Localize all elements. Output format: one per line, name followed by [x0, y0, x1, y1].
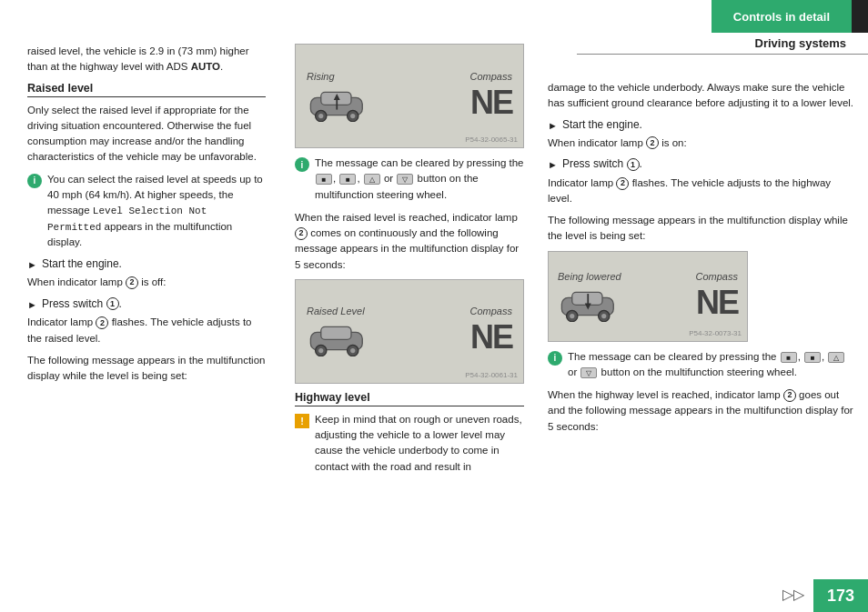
btn-icon-8: ▽: [580, 367, 597, 378]
bullet-switch-right: ► Press switch 1.: [548, 157, 855, 171]
btn-icon-6: ■: [804, 352, 821, 363]
raised-label: Raised Level: [307, 306, 365, 316]
bullet-arrow-4: ►: [548, 159, 558, 170]
left-column: raised level, the vehicle is 2.9 in (73 …: [0, 33, 282, 579]
dash-compass-raised: Compass NE: [470, 306, 512, 356]
dash-image-lowering: Being lowered Compass NE P54-32-0073-31: [548, 251, 748, 342]
lamp-circle-5: 2: [646, 136, 659, 149]
page-number: 173: [813, 579, 868, 612]
dash-image-rising: Rising Compass NE P54-32-0065-3: [295, 44, 524, 148]
info-text-1: You can select the raised level at speed…: [47, 172, 266, 251]
svg-point-13: [350, 348, 355, 353]
btn-icon-4: ▽: [397, 174, 413, 185]
raised-reached-text: When the raised level is reached, indica…: [295, 210, 524, 273]
middle-column: Rising Compass NE P54-32-0065-3: [282, 33, 537, 579]
car-icon-2: [307, 320, 370, 356]
car-icon-3: [558, 286, 621, 322]
bullet-arrow-3: ►: [548, 120, 558, 131]
btn-icon-1: ■: [316, 174, 332, 185]
svg-rect-9: [321, 327, 351, 340]
compass-label-3: Compass: [696, 271, 738, 282]
info-box-3: i The message can be cleared by pressing…: [548, 349, 855, 381]
indicator-flashes-text: Indicator lamp 2 flashes. The vehicle ad…: [27, 315, 266, 346]
lamp-circle-2: 2: [126, 276, 138, 289]
photo-id-3: P54-32-0073-31: [689, 329, 742, 337]
svg-point-5: [350, 113, 355, 117]
lamp-off-text: When indicator lamp 2 is off:: [27, 275, 266, 290]
lowering-label: Being lowered: [558, 271, 621, 282]
info-text-3: The message can be cleared by pressing t…: [568, 349, 855, 381]
warn-text: Keep in mind that on rough or uneven roa…: [315, 412, 524, 475]
btn-icon-3: △: [364, 174, 380, 185]
header-tab: Controls in detail: [712, 0, 852, 33]
dash-left-rising: Rising: [307, 71, 370, 122]
info-icon-1: i: [27, 174, 42, 188]
btn-icon-2: ■: [339, 174, 356, 185]
switch-circle-1: 1: [106, 297, 119, 310]
header-black-strip: [852, 0, 868, 33]
lamp-circle-3: 2: [96, 316, 108, 329]
rising-label: Rising: [307, 71, 335, 82]
switch-press-text: Press switch 1.: [562, 157, 642, 171]
svg-point-3: [318, 113, 323, 117]
highway-level-heading: Highway level: [295, 391, 524, 406]
warn-icon: !: [295, 414, 309, 428]
info-text-2: The message can be cleared by pressing t…: [315, 156, 524, 203]
compass-value-1: NE: [470, 84, 512, 122]
photo-id-2: P54-32-0061-31: [465, 371, 518, 379]
info-icon-3: i: [548, 351, 562, 366]
compass-label-2: Compass: [470, 306, 512, 316]
lamp-circle-6: 2: [616, 177, 629, 190]
press-switch-text: Press switch 1.: [42, 297, 122, 311]
highway-reached-text: When the highway level is reached, indic…: [548, 387, 855, 435]
info-box-1: i You can select the raised level at spe…: [27, 172, 266, 251]
dash-left-raised: Raised Level: [307, 306, 370, 356]
dash-left-lowering: Being lowered: [558, 271, 621, 322]
svg-point-11: [318, 348, 323, 353]
raised-level-heading: Raised level: [27, 82, 266, 97]
photo-id-1: P54-32-0065-31: [465, 135, 518, 144]
bullet-arrow-1: ►: [27, 259, 37, 270]
indicator2-flashes-text: Indicator lamp 2 flashes. The vehicle ad…: [548, 176, 855, 207]
bullet-arrow-2: ►: [27, 299, 37, 310]
raised-level-para: Only select the raised level if appropri…: [27, 103, 266, 166]
dash-compass-rising: Compass NE: [470, 71, 512, 122]
lamp-on-text: When indicator lamp 2 is on:: [548, 135, 855, 151]
car-icon-1: [307, 85, 370, 122]
compass-label-1: Compass: [470, 71, 512, 82]
switch-circle-2: 1: [627, 158, 640, 171]
bullet-engine-right-text: Start the engine.: [562, 118, 642, 131]
bullet-start-engine-text: Start the engine.: [42, 257, 122, 270]
bullet-start-engine: ► Start the engine.: [27, 257, 266, 270]
following-message-text: The following message appears in the mul…: [27, 353, 266, 385]
header: Controls in detail: [0, 0, 868, 33]
svg-point-17: [570, 314, 574, 318]
lamp-circle-7: 2: [783, 389, 796, 402]
nav-arrow: ▷▷: [782, 586, 804, 603]
btn-icon-5: ■: [781, 352, 797, 363]
right-column: damage to the vehicle underbody. Always …: [537, 33, 868, 579]
compass-value-3: NE: [696, 284, 738, 322]
dash-image-raised: Raised Level Compass NE P54-32-0061-31: [295, 279, 524, 384]
warn-box: ! Keep in mind that on rough or uneven r…: [295, 412, 524, 475]
info-icon-2: i: [295, 157, 309, 172]
lamp-circle-4: 2: [295, 227, 308, 240]
damage-text: damage to the vehicle underbody. Always …: [548, 80, 855, 112]
main-content: raised level, the vehicle is 2.9 in (73 …: [0, 33, 868, 579]
following2-message-text: The following message appears in the mul…: [548, 213, 855, 245]
info-box-2: i The message can be cleared by pressing…: [295, 156, 524, 203]
btn-icon-7: △: [828, 352, 844, 363]
bullet-engine-right: ► Start the engine.: [548, 118, 855, 131]
intro-text: raised level, the vehicle is 2.9 in (73 …: [27, 44, 266, 75]
bullet-press-switch: ► Press switch 1.: [27, 297, 266, 311]
dash-compass-lowering: Compass NE: [696, 271, 738, 322]
svg-point-19: [601, 314, 606, 318]
compass-value-2: NE: [470, 318, 512, 356]
